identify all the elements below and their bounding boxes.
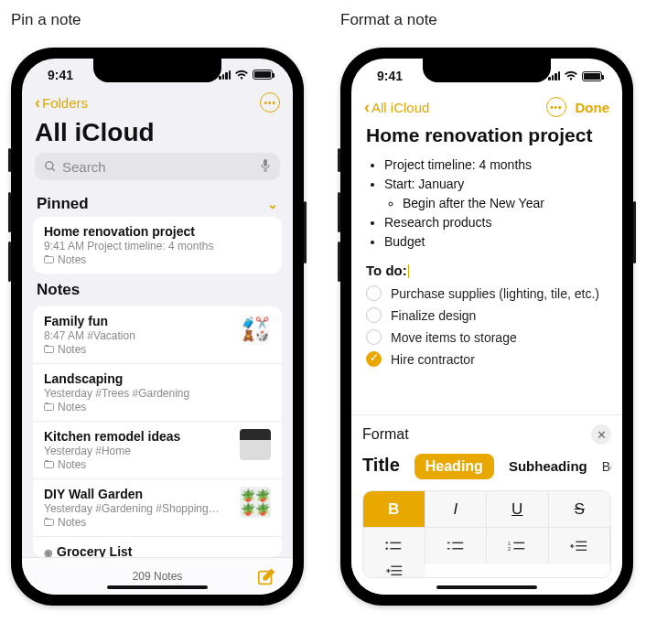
checkbox-checked-icon[interactable] bbox=[366, 351, 382, 367]
svg-rect-7 bbox=[391, 548, 402, 549]
format-panel: Format ✕ Title Heading Subheading Body B… bbox=[351, 414, 622, 595]
svg-rect-16 bbox=[576, 542, 587, 542]
checklist-item[interactable]: Purchase supplies (lighting, tile, etc.) bbox=[366, 285, 608, 301]
svg-text:2: 2 bbox=[508, 546, 511, 552]
note-thumbnail: 🧳✂️🧸🎲 bbox=[240, 314, 271, 345]
mic-icon[interactable] bbox=[260, 158, 271, 176]
italic-button[interactable]: I bbox=[425, 491, 488, 528]
format-panel-title: Format bbox=[362, 426, 409, 443]
phone-left: 9:41 ‹ Folders ••• All iCloud bbox=[11, 48, 304, 606]
battery-icon bbox=[253, 70, 273, 80]
svg-point-6 bbox=[386, 548, 388, 550]
checklist-item[interactable]: Finalize design bbox=[366, 307, 608, 323]
svg-rect-18 bbox=[576, 550, 587, 551]
svg-rect-8 bbox=[447, 542, 450, 543]
back-folders-button[interactable]: ‹ Folders bbox=[35, 94, 88, 111]
checklist-item[interactable]: Move items to storage bbox=[366, 329, 608, 345]
chevron-left-icon: ‹ bbox=[35, 94, 40, 111]
svg-point-0 bbox=[46, 162, 53, 169]
status-time: 9:41 bbox=[377, 69, 403, 83]
note-thumbnail bbox=[240, 429, 271, 460]
checklist-item[interactable]: Hire contractor bbox=[366, 351, 608, 367]
note-folder: Notes bbox=[44, 253, 271, 266]
dashed-list-button[interactable] bbox=[425, 528, 488, 564]
style-subheading-button[interactable]: Subheading bbox=[509, 458, 587, 474]
list-item[interactable]: Kitchen remodel ideas Yesterday #Home No… bbox=[33, 422, 282, 479]
folder-icon bbox=[44, 403, 54, 411]
note-title: Home renovation project bbox=[44, 224, 271, 239]
svg-rect-21 bbox=[391, 574, 402, 575]
search-icon bbox=[44, 160, 57, 173]
svg-text:1: 1 bbox=[508, 541, 511, 546]
indent-button[interactable] bbox=[363, 564, 425, 577]
pinned-header[interactable]: Pinned ⌄ bbox=[22, 188, 293, 217]
checkbox-icon[interactable] bbox=[366, 329, 382, 345]
svg-point-4 bbox=[386, 542, 388, 543]
more-button[interactable]: ••• bbox=[260, 92, 280, 113]
svg-line-1 bbox=[52, 168, 55, 171]
bold-button[interactable]: B bbox=[363, 491, 425, 528]
list-item[interactable]: ◉Grocery List Yesterday #Grocery bbox=[33, 537, 282, 557]
svg-rect-10 bbox=[447, 548, 450, 549]
folder-icon bbox=[44, 461, 54, 468]
text-cursor bbox=[408, 264, 410, 278]
notes-header: Notes bbox=[22, 274, 293, 303]
outdent-button[interactable] bbox=[549, 528, 611, 564]
list-item[interactable]: DIY Wall Garden Yesterday #Gardening #Sh… bbox=[33, 479, 282, 537]
svg-rect-19 bbox=[391, 566, 402, 567]
chevron-down-icon: ⌄ bbox=[267, 197, 278, 211]
home-indicator[interactable] bbox=[107, 585, 208, 589]
chevron-left-icon: ‹ bbox=[364, 99, 370, 115]
wifi-icon bbox=[564, 70, 578, 81]
caption-format: Format a note bbox=[340, 11, 633, 29]
page-title: All iCloud bbox=[22, 116, 293, 153]
folder-icon bbox=[44, 256, 54, 263]
notes-count: 209 Notes bbox=[133, 570, 183, 583]
pinned-note-row[interactable]: Home renovation project 9:41 AM Project … bbox=[33, 217, 282, 274]
todo-heading: To do: bbox=[366, 263, 407, 278]
svg-rect-2 bbox=[264, 159, 267, 166]
checkbox-icon[interactable] bbox=[366, 307, 382, 323]
compose-button[interactable] bbox=[256, 567, 276, 587]
caption-pin: Pin a note bbox=[11, 11, 304, 29]
numbered-list-button[interactable]: 12 bbox=[487, 528, 549, 564]
svg-rect-9 bbox=[452, 542, 463, 543]
style-body-button[interactable]: Body bbox=[602, 459, 611, 474]
shared-icon: ◉ bbox=[44, 547, 53, 557]
note-heading: Home renovation project bbox=[366, 124, 608, 146]
back-all-icloud-button[interactable]: ‹ All iCloud bbox=[364, 99, 429, 115]
close-button[interactable]: ✕ bbox=[591, 424, 611, 445]
list-item[interactable]: Family fun 8:47 AM #Vacation Notes 🧳✂️🧸🎲 bbox=[33, 306, 282, 364]
note-thumbnail: 🪴🪴🪴🪴 bbox=[240, 487, 271, 518]
bullet-list: Project timeline: 4 months Start: Januar… bbox=[366, 156, 608, 252]
wifi-icon bbox=[234, 70, 249, 80]
note-editor[interactable]: Home renovation project Project timeline… bbox=[351, 123, 622, 414]
status-time: 9:41 bbox=[48, 68, 73, 82]
svg-rect-13 bbox=[514, 542, 525, 543]
svg-rect-5 bbox=[391, 542, 402, 543]
checkbox-icon[interactable] bbox=[366, 285, 382, 301]
list-item[interactable]: Landscaping Yesterday #Trees #Gardening … bbox=[33, 364, 282, 422]
note-subtitle: 9:41 AM Project timeline: 4 months bbox=[44, 240, 271, 252]
search-input[interactable]: Search bbox=[35, 153, 280, 180]
svg-rect-11 bbox=[452, 548, 463, 549]
home-indicator[interactable] bbox=[436, 585, 537, 589]
more-button[interactable]: ••• bbox=[546, 97, 566, 117]
strikethrough-button[interactable]: S bbox=[549, 491, 611, 528]
folder-icon bbox=[44, 346, 54, 353]
svg-rect-15 bbox=[514, 548, 525, 549]
battery-icon bbox=[582, 71, 602, 81]
svg-rect-20 bbox=[391, 570, 402, 571]
phone-right: 9:41 ‹ All iCloud ••• Done bbox=[340, 48, 633, 606]
folder-icon bbox=[44, 519, 54, 526]
style-title-button[interactable]: Title bbox=[362, 455, 400, 476]
done-button[interactable]: Done bbox=[576, 100, 610, 115]
bulleted-list-button[interactable] bbox=[363, 528, 425, 564]
svg-rect-17 bbox=[576, 545, 587, 546]
style-heading-button[interactable]: Heading bbox=[415, 454, 494, 479]
notes-list: Family fun 8:47 AM #Vacation Notes 🧳✂️🧸🎲… bbox=[33, 306, 282, 557]
underline-button[interactable]: U bbox=[487, 491, 549, 528]
